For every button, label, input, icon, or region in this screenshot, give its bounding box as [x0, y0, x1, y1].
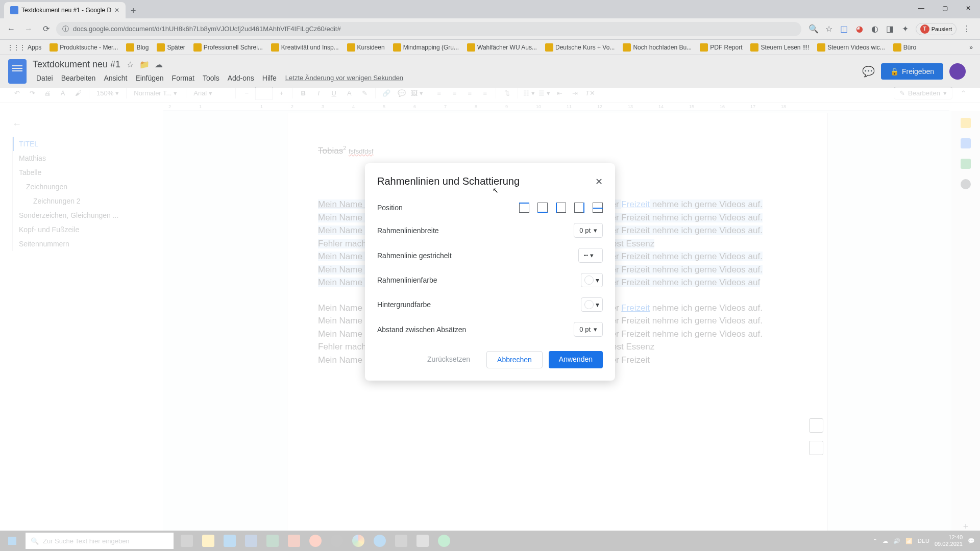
- apply-button[interactable]: Anwenden: [549, 351, 603, 368]
- cancel-button[interactable]: Abbrechen: [486, 351, 543, 368]
- reset-button[interactable]: Zurücksetzen: [417, 351, 480, 368]
- borders-shading-dialog: Rahmenlinien und Schattierung ✕ Position…: [365, 163, 615, 381]
- border-left-button[interactable]: [556, 203, 566, 213]
- cursor-icon: ↖: [493, 186, 499, 194]
- border-color-select[interactable]: ▾: [581, 273, 603, 287]
- border-width-select[interactable]: 0 pt ▾: [574, 223, 603, 238]
- border-dash-select[interactable]: ┅ ▾: [578, 248, 603, 263]
- close-icon[interactable]: ✕: [595, 176, 603, 187]
- border-bottom-button[interactable]: [537, 203, 548, 213]
- spacing-label: Abstand zwischen Absätzen: [377, 325, 466, 334]
- border-right-button[interactable]: [574, 203, 584, 213]
- border-top-button[interactable]: [519, 203, 529, 213]
- border-width-label: Rahmenlinienbreite: [377, 227, 439, 235]
- border-color-label: Rahmenlinienfarbe: [377, 276, 437, 284]
- dialog-title: Rahmenlinien und Schattierung: [377, 176, 520, 187]
- bg-color-label: Hintergrundfarbe: [377, 300, 431, 309]
- bg-color-select[interactable]: ▾: [581, 297, 603, 312]
- position-label: Position: [377, 204, 403, 212]
- border-between-button[interactable]: [593, 203, 603, 213]
- border-dash-label: Rahmenlinie gestrichelt: [377, 252, 452, 260]
- spacing-select[interactable]: 0 pt ▾: [574, 322, 603, 337]
